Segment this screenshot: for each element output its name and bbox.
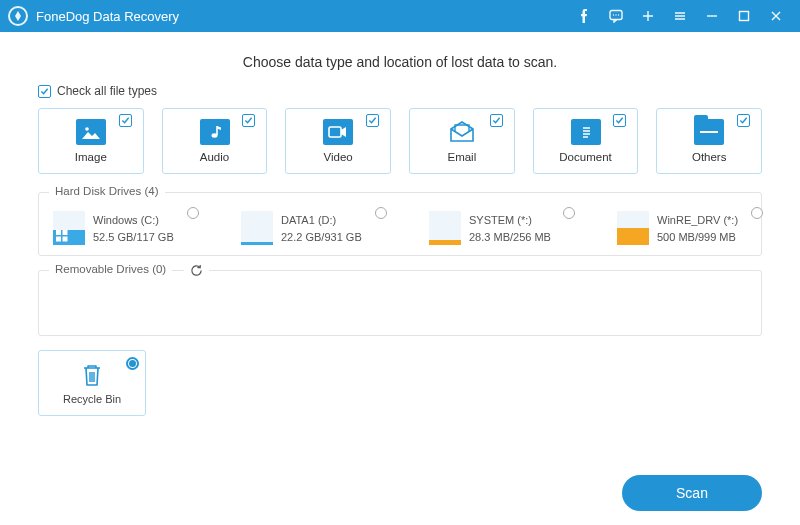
document-icon [571,119,601,145]
drive-item[interactable]: Windows (C:)52.5 GB/117 GB [53,211,203,245]
svg-point-3 [618,14,619,15]
drive-usage-bar [53,211,85,245]
type-card-video[interactable]: Video [285,108,391,174]
check-all-file-types[interactable]: Check all file types [38,84,762,98]
svg-point-1 [613,14,614,15]
checkbox-icon [490,114,503,127]
checkbox-icon [613,114,626,127]
checkbox-icon [737,114,750,127]
image-icon [76,119,106,145]
audio-icon [200,119,230,145]
checkbox-icon [242,114,255,127]
video-icon [323,119,353,145]
close-icon[interactable] [760,0,792,32]
drive-size: 28.3 MB/256 MB [469,229,551,246]
scan-button[interactable]: Scan [622,475,762,511]
radio-selected-icon [126,357,139,370]
recycle-label: Recycle Bin [63,393,121,405]
section-label: Hard Disk Drives (4) [49,185,165,197]
windows-icon [55,229,69,243]
type-label: Email [447,151,476,163]
maximize-icon[interactable] [728,0,760,32]
email-icon [447,119,477,145]
radio-icon [187,207,199,219]
facebook-icon[interactable] [568,0,600,32]
drive-usage-bar [617,211,649,245]
checkbox-icon [119,114,132,127]
type-card-others[interactable]: Others [656,108,762,174]
app-title: FoneDog Data Recovery [36,9,179,24]
page-heading: Choose data type and location of lost da… [38,54,762,70]
svg-rect-12 [63,237,68,242]
folder-icon [694,119,724,145]
drive-item[interactable]: DATA1 (D:)22.2 GB/931 GB [241,211,391,245]
file-types-row: Image Audio Video Email [38,108,762,174]
recycle-bin-card[interactable]: Recycle Bin [38,350,146,416]
drive-name: DATA1 (D:) [281,212,362,229]
svg-rect-9 [56,230,61,235]
check-all-label: Check all file types [57,84,157,98]
type-card-audio[interactable]: Audio [162,108,268,174]
drive-info: WinRE_DRV (*:)500 MB/999 MB [657,212,738,245]
drive-item[interactable]: WinRE_DRV (*:)500 MB/999 MB [617,211,767,245]
type-card-document[interactable]: Document [533,108,639,174]
type-label: Audio [200,151,229,163]
app-logo-icon [8,6,28,26]
type-label: Video [324,151,353,163]
drive-name: Windows (C:) [93,212,174,229]
feedback-icon[interactable] [600,0,632,32]
radio-icon [375,207,387,219]
trash-icon [79,362,105,388]
checkbox-icon [38,85,51,98]
section-label: Removable Drives (0) [49,263,172,275]
removable-drives-section: Removable Drives (0) [38,270,762,336]
type-label: Others [692,151,727,163]
svg-point-6 [211,133,217,137]
checkbox-icon [366,114,379,127]
drive-size: 500 MB/999 MB [657,229,738,246]
menu-icon[interactable] [664,0,696,32]
refresh-icon[interactable] [184,263,209,281]
type-label: Document [559,151,611,163]
drive-info: DATA1 (D:)22.2 GB/931 GB [281,212,362,245]
type-card-email[interactable]: Email [409,108,515,174]
svg-rect-7 [329,127,341,137]
type-card-image[interactable]: Image [38,108,144,174]
hard-disk-section: Hard Disk Drives (4) Windows (C:)52.5 GB… [38,192,762,256]
drive-usage-bar [241,211,273,245]
drive-item[interactable]: SYSTEM (*:)28.3 MB/256 MB [429,211,579,245]
svg-rect-11 [56,237,61,242]
drive-name: WinRE_DRV (*:) [657,212,738,229]
type-label: Image [75,151,107,163]
drive-usage-bar [429,211,461,245]
svg-rect-10 [63,230,68,235]
drive-name: SYSTEM (*:) [469,212,551,229]
radio-icon [563,207,575,219]
main-content: Choose data type and location of lost da… [0,32,800,525]
svg-point-5 [85,127,89,131]
svg-point-2 [615,14,616,15]
plus-icon[interactable] [632,0,664,32]
minimize-icon[interactable] [696,0,728,32]
svg-rect-4 [740,12,749,21]
drive-size: 52.5 GB/117 GB [93,229,174,246]
svg-rect-8 [700,131,718,133]
drive-size: 22.2 GB/931 GB [281,229,362,246]
drive-info: SYSTEM (*:)28.3 MB/256 MB [469,212,551,245]
drive-info: Windows (C:)52.5 GB/117 GB [93,212,174,245]
radio-icon [751,207,763,219]
titlebar: FoneDog Data Recovery [0,0,800,32]
